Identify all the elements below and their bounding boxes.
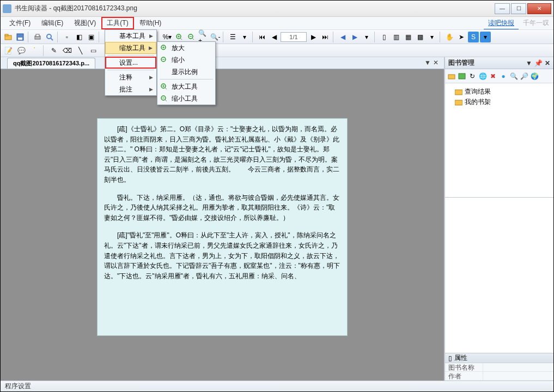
qianyi-text: 千年一叹 [519,17,553,29]
tree-query-results[interactable]: 查询结果 [447,87,551,97]
document-viewport[interactable]: [疏]《士昏礼》第二。O郑《目录》云："士娶妻之礼，以昏为期，而名焉。必以昏者，… [1,69,444,381]
tools-zoom-item[interactable]: 缩放工具 [105,42,156,54]
print-icon[interactable] [32,32,43,42]
tools-comment-item[interactable]: 批注 [105,83,156,95]
lib-web-icon[interactable]: 🌍 [530,72,539,81]
menu-tools[interactable]: 工具(T) [101,17,133,29]
search-icon[interactable] [44,32,55,42]
lib-find-icon[interactable]: 🔎 [520,72,528,81]
s-tool-icon[interactable]: S [468,32,479,42]
blue-tool-icon[interactable]: ▾ [480,32,491,42]
tools-basic-item[interactable]: 基本工具 [105,30,156,42]
zoom-dropdown-icon[interactable]: %▾ [162,32,173,42]
svg-rect-3 [18,38,22,40]
page-para-2: 昏礼。下达，纳采用雁。（达，通也。将欲与彼合昏姻，必先使媒通其言。女氏许之，乃後… [104,193,340,223]
toc-dropdown-icon[interactable]: ▾ [239,32,250,42]
zoom-in-big-icon[interactable]: 🔍+ [198,32,209,42]
view-continuous-icon[interactable]: ▥ [391,32,401,42]
nav-fwd-icon[interactable]: ▶ [349,32,360,42]
view-grid-icon[interactable]: ▩ [415,32,425,42]
properties-header: ▯ 属性 [445,353,553,363]
minimize-button[interactable]: — [495,3,510,14]
panel-pin-icon[interactable]: 📌 [534,59,543,67]
note-icon[interactable]: 📝 [3,45,14,56]
maximize-button[interactable]: ☐ [511,3,526,14]
svg-point-6 [47,34,51,39]
page-number-input[interactable] [281,32,307,42]
window-buttons: — ☐ ✕ [495,3,551,14]
properties-title: 属性 [454,353,467,363]
toc-icon[interactable]: ☰ [227,32,238,42]
view-facing-icon[interactable]: ▦ [403,32,413,42]
svg-line-27 [165,88,167,89]
zoom-out-big-icon[interactable]: 🔍- [210,32,221,42]
lib-globe-icon[interactable]: 🌐 [478,72,487,81]
open-icon[interactable] [3,32,14,42]
comment-icon[interactable]: 💬 [16,45,27,56]
lib-bullet-icon[interactable]: ● [499,72,508,81]
zoom-out-tool-item[interactable]: 缩小工具 [157,93,215,105]
tools-separator-1 [107,55,154,56]
tool-icon-1[interactable]: ▫ [62,32,72,42]
last-page-icon[interactable]: ⏭ [320,32,331,42]
lib-refresh-icon[interactable]: ↻ [468,72,477,81]
zoom-out-tool-icon [160,94,168,103]
library-tree[interactable]: 查询结果 我的书架 [445,83,553,198]
tab-close-icon[interactable]: ✕ [433,59,439,66]
tree-query-label: 查询结果 [465,87,491,96]
svg-rect-5 [36,34,39,36]
menu-view[interactable]: 视图(V) [69,17,101,29]
menu-help[interactable]: 帮助(H) [134,17,167,29]
highlight-icon[interactable]: ॱ [29,45,40,56]
next-page-icon[interactable]: ▶ [308,32,319,42]
menu-file[interactable]: 文件(F) [4,17,36,29]
main-toolbar: ▫ ◧ ▣ ↶ ↷ ↔ ⛶ %▾ 🔍+ 🔍- ☰ ▾ ⏮ ◀ ▶ ⏭ ◀ ▶ ▾… [1,30,553,44]
zoom-out-label: 缩小 [172,56,185,65]
prev-page-icon[interactable]: ◀ [269,32,279,42]
zoom-in-menu-icon [160,44,168,52]
first-page-icon[interactable]: ⏮ [257,32,267,42]
lib-delete-icon[interactable]: ✖ [489,72,497,81]
zoom-in-tool-label: 放大工具 [172,82,198,91]
tab-menu-icon[interactable]: ▼ [424,59,431,66]
zoom-ratio-label: 显示比例 [172,68,198,77]
lib-search-icon[interactable]: 🔍 [509,72,518,81]
zoom-out-icon[interactable] [186,32,197,42]
pen-icon[interactable]: ✎ [48,45,59,56]
menu-edit[interactable]: 编辑(E) [36,17,69,29]
zoom-in-tool-item[interactable]: 放大工具 [157,81,215,93]
tools-annotate-item[interactable]: 注释 [105,71,156,83]
properties-panel: ▯ 属性 图书名称 作者 [445,353,553,381]
hand-icon[interactable]: ✋ [444,32,455,42]
lib-save-icon[interactable] [458,72,466,81]
document-tab[interactable]: qq截图20170816172343.p... [7,58,95,69]
close-button[interactable]: ✕ [527,3,551,14]
tools-comment-label: 批注 [119,85,132,94]
duba-link[interactable]: 读吧快报 [484,17,519,29]
view-dropdown-icon[interactable]: ▾ [427,32,437,42]
nav-back-icon[interactable]: ◀ [337,32,348,42]
line-icon[interactable]: ╲ [75,45,86,56]
rect-icon[interactable]: ▭ [88,45,99,56]
view-single-icon[interactable]: ▯ [379,32,389,42]
eraser-icon[interactable]: ⌫ [62,45,72,56]
tools-settings-item[interactable]: 设置... [105,57,156,69]
svg-rect-17 [455,90,462,95]
tool-icon-3[interactable]: ▣ [86,32,96,42]
pointer-icon[interactable]: ➤ [456,32,467,42]
app-icon [3,4,11,13]
tools-annotate-label: 注释 [119,73,132,82]
lib-open-icon[interactable] [447,72,456,81]
tree-my-shelf[interactable]: 我的书架 [447,97,551,107]
zoom-out-item[interactable]: 缩小 [157,54,215,66]
save-icon[interactable] [15,32,26,42]
prop-book-name: 图书名称 [445,363,553,372]
tool-icon-2[interactable]: ◧ [74,32,84,42]
panel-menu-icon[interactable]: ▼ [526,59,532,67]
panel-close-icon[interactable]: ✕ [545,59,550,67]
zoom-ratio-item[interactable]: 显示比例 [157,66,215,78]
svg-line-30 [165,100,167,101]
nav-dropdown-icon[interactable]: ▾ [361,32,372,42]
zoom-in-icon[interactable] [174,32,185,42]
zoom-in-item[interactable]: 放大 [157,42,215,54]
